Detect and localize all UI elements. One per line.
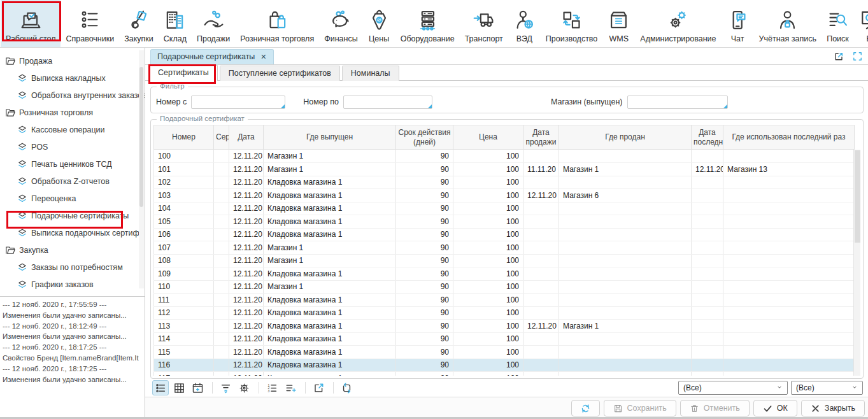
sidebar-item-10[interactable]: Выписка подарочных сертифи: [0, 224, 145, 241]
table-row[interactable]: 10612.11.20Кладовка магазина 190100: [154, 228, 855, 241]
sidebar-item-7[interactable]: Обработка Z-отчетов: [0, 173, 145, 190]
toolbar-item-equipment[interactable]: Оборудование: [395, 0, 460, 47]
list-view-icon[interactable]: [152, 380, 169, 395]
toolbar-item-search[interactable]: Поиск: [822, 0, 854, 47]
toolbar-item-prices[interactable]: $ Цены: [363, 0, 395, 47]
column-header[interactable]: Номер: [154, 125, 214, 150]
filter-icon[interactable]: [217, 380, 234, 395]
column-header[interactable]: Дата последн: [692, 125, 723, 150]
column-header[interactable]: Где выпущен: [264, 125, 396, 150]
subtab-1[interactable]: Поступление сертификатов: [220, 66, 340, 81]
table-cell: [692, 280, 723, 294]
column-header[interactable]: Где продан: [559, 125, 692, 150]
table-cell: [723, 150, 855, 163]
ok-button[interactable]: ОК: [753, 400, 797, 416]
open-window-icon[interactable]: [310, 380, 327, 395]
toolbar-item-sales[interactable]: Продажи: [192, 0, 235, 47]
table-cell: 100: [453, 294, 523, 307]
toolbar-item-wms[interactable]: WMS: [602, 0, 635, 47]
toolbar-item-purchases[interactable]: Закупки: [119, 0, 159, 47]
table-row[interactable]: 10412.11.20Кладовка магазина 190100: [154, 202, 855, 215]
column-header[interactable]: Дата продажи: [523, 125, 559, 150]
popout-window-icon[interactable]: [834, 51, 844, 62]
toolbar-item-ved[interactable]: ВЭД: [508, 0, 541, 47]
tab-close-icon[interactable]: ✕: [260, 50, 266, 64]
column-header[interactable]: Срок действия (дней): [396, 125, 453, 150]
close-button[interactable]: Закрыть: [801, 400, 865, 416]
table-row[interactable]: 10512.11.20Кладовка магазина 190100: [154, 215, 855, 229]
tree-scrollbar[interactable]: [139, 50, 144, 288]
sidebar-item-2[interactable]: Обработка внутренних заказов: [0, 87, 145, 104]
filter-select-0[interactable]: (Все): [678, 381, 788, 395]
sidebar-item-1[interactable]: Выписка накладных: [0, 69, 145, 87]
table-row[interactable]: 11712.11.20Кладовка магазина 190100: [154, 372, 855, 376]
table-scrollbar[interactable]: [853, 150, 860, 376]
subtab-0[interactable]: Сертификаты: [149, 65, 218, 81]
table-row[interactable]: 11212.11.20Кладовка магазина 190100: [154, 306, 855, 320]
filter-input-1[interactable]: [344, 96, 432, 108]
sidebar-item-5[interactable]: POS: [0, 138, 145, 155]
sidebar-item-13[interactable]: Графики заказов: [0, 276, 145, 293]
table-cell: 90: [396, 215, 453, 229]
sidebar-item-11[interactable]: Закупка: [0, 241, 145, 259]
table-row[interactable]: 10812.11.20Магазин 190100: [154, 254, 855, 267]
filter-select-1[interactable]: (Все): [791, 381, 863, 395]
toolbar-item-transport[interactable]: Транспорт: [460, 0, 508, 47]
toolbar-item-warehouse[interactable]: Склад: [159, 0, 192, 47]
table-row[interactable]: 10712.11.20Магазин 190100: [154, 241, 855, 255]
subtab-2[interactable]: Номиналы: [342, 66, 399, 81]
table-scrollbar-thumb[interactable]: [855, 150, 860, 243]
sidebar-item-9[interactable]: Подарочные сертификаты: [0, 207, 145, 224]
sidebar-item-label: Выписка накладных: [31, 74, 106, 83]
table-row[interactable]: 11612.11.20Кладовка магазина 190100: [154, 359, 855, 372]
table-grid-icon[interactable]: [171, 380, 187, 395]
table-row[interactable]: 10312.11.20Кладовка магазина 19010012.11…: [154, 189, 855, 202]
column-header[interactable]: Где использован последний раз: [723, 125, 855, 150]
toolbar-item-retail[interactable]: Розничная торговля: [235, 0, 319, 47]
sidebar-item-0[interactable]: Продажа: [0, 52, 145, 69]
fullscreen-icon[interactable]: [852, 51, 863, 62]
sidebar-item-12[interactable]: Заказы по потребностям: [0, 259, 145, 276]
filter-input-0[interactable]: [192, 96, 285, 108]
reload-icon[interactable]: [338, 380, 355, 395]
toolbar-item-production[interactable]: Производство: [541, 0, 603, 47]
save-button[interactable]: Сохранить: [604, 400, 676, 416]
sidebar-item-6[interactable]: Печать ценников ТСД: [0, 155, 145, 173]
sidebar-item-4[interactable]: Кассовые операции: [0, 121, 145, 138]
settings-icon[interactable]: [236, 380, 252, 395]
toolbar-item-desktop[interactable]: Рабочий стол: [1, 0, 60, 47]
list-add-icon[interactable]: [282, 380, 299, 395]
toolbar-item-bi[interactable]: BI: [854, 0, 868, 47]
toolbar-item-finance[interactable]: Финансы: [319, 0, 362, 47]
column-header[interactable]: Сер: [214, 125, 229, 150]
toolbar-item-account[interactable]: Учётная запись: [754, 0, 822, 47]
column-header[interactable]: Цена: [453, 125, 523, 150]
tab-gift-certificates[interactable]: Подарочные сертификаты ✕: [150, 49, 274, 64]
table-row[interactable]: 10912.11.20Кладовка магазина 190100: [154, 267, 855, 281]
calendar-add-icon[interactable]: [189, 380, 206, 395]
table-row[interactable]: 11312.11.20Кладовка магазина 19010012.11…: [154, 320, 855, 333]
table-cell: [692, 306, 723, 320]
toolbar-item-references[interactable]: Справочники: [60, 0, 119, 47]
table-cell: [214, 241, 229, 255]
table-row[interactable]: 10112.11.20Магазин 19010011.11.20Магазин…: [154, 163, 855, 176]
sidebar-item-8[interactable]: Переоценка: [0, 190, 145, 207]
toolbar-item-chat[interactable]: Чат: [722, 0, 754, 47]
refresh-button[interactable]: [571, 400, 600, 416]
table-cell: 90: [396, 189, 453, 202]
cancel-button[interactable]: Отменить: [680, 400, 750, 416]
toolbar-item-admin[interactable]: Администрирование: [635, 0, 721, 47]
table-cell: [523, 294, 559, 307]
table-row[interactable]: 10012.11.20Магазин 190100: [154, 150, 855, 163]
table-row[interactable]: 11012.11.20Магазин 190100: [154, 280, 855, 294]
tree-scrollbar-thumb[interactable]: [139, 67, 143, 207]
filter-input-2[interactable]: [628, 96, 727, 108]
column-header[interactable]: Дата: [229, 125, 264, 150]
table-cell: 106: [154, 228, 214, 241]
sidebar-item-3[interactable]: Розничная торговля: [0, 104, 145, 121]
table-row[interactable]: 10212.11.20Кладовка магазина 190100: [154, 176, 855, 189]
table-row[interactable]: 11412.11.20Кладовка магазина 190100: [154, 332, 855, 346]
table-row[interactable]: 11112.11.20Кладовка магазина 190100: [154, 294, 855, 307]
table-row[interactable]: 11512.11.20Кладовка магазина 190100: [154, 346, 855, 359]
numbered-list-icon[interactable]: 123: [264, 380, 280, 395]
